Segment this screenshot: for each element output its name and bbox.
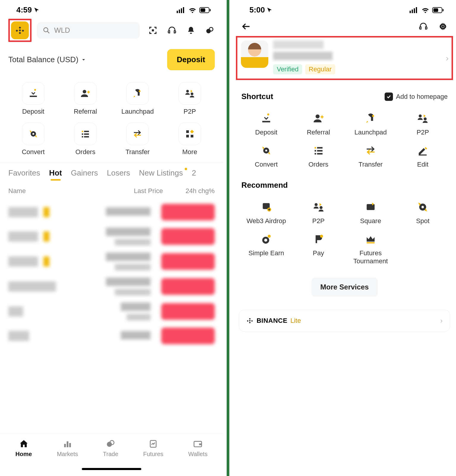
- svg-rect-25: [186, 130, 189, 133]
- bell-icon[interactable]: [186, 26, 196, 35]
- tab-new-listings[interactable]: New Listings: [139, 168, 183, 180]
- scan-icon[interactable]: [148, 26, 158, 35]
- chevron-right-icon: ›: [446, 54, 449, 63]
- svg-point-15: [186, 90, 189, 93]
- recommend-futures-tournament[interactable]: Futures Tournament: [346, 228, 395, 269]
- svg-rect-22: [84, 134, 89, 135]
- tab-losers[interactable]: Losers: [107, 168, 130, 180]
- add-to-homepage-toggle[interactable]: Add to homepage: [385, 93, 448, 101]
- shortcut-transfer[interactable]: Transfer: [346, 140, 395, 172]
- shortcut-deposit[interactable]: Deposit: [8, 79, 58, 119]
- market-row[interactable]: [0, 249, 223, 274]
- svg-rect-5: [200, 8, 205, 12]
- recommend-web3-airdrop[interactable]: Web3 Airdrop: [241, 196, 291, 228]
- section-recommend-title: Recommend: [241, 181, 288, 190]
- shortcut-edit[interactable]: Edit: [398, 140, 448, 172]
- tab-favorites[interactable]: Favorites: [8, 168, 40, 180]
- transfer-icon: [132, 129, 143, 139]
- recommend-simple-earn[interactable]: Simple Earn: [241, 228, 291, 269]
- tab-more[interactable]: 2: [192, 168, 196, 180]
- svg-point-16: [191, 93, 193, 95]
- search-input[interactable]: WLD: [37, 22, 140, 39]
- market-row[interactable]: [0, 200, 223, 224]
- more-services-button[interactable]: More Services: [311, 278, 378, 297]
- market-row[interactable]: [0, 324, 223, 348]
- shortcut-more[interactable]: More: [165, 119, 214, 159]
- shortcut-convert[interactable]: Convert: [241, 140, 291, 172]
- arrow-left-icon: [241, 21, 251, 32]
- shortcut-deposit[interactable]: Deposit: [241, 108, 291, 140]
- location-icon: [267, 7, 272, 13]
- recommend-square[interactable]: Square: [346, 196, 395, 228]
- home-indicator: [82, 468, 141, 470]
- svg-rect-31: [69, 443, 71, 447]
- svg-rect-54: [314, 150, 316, 152]
- edit-icon: [417, 145, 429, 156]
- settings-icon[interactable]: [438, 22, 448, 31]
- nav-markets[interactable]: Markets: [57, 439, 78, 458]
- battery-icon: [432, 7, 444, 13]
- shortcut-transfer[interactable]: Transfer: [113, 119, 162, 159]
- shortcut-orders[interactable]: Orders: [60, 119, 110, 159]
- shortcut-p2p[interactable]: P2P: [398, 108, 448, 140]
- svg-point-12: [34, 89, 36, 91]
- crown-icon: [365, 233, 377, 245]
- square-icon: [365, 201, 377, 213]
- nav-trade[interactable]: Trade: [103, 439, 118, 458]
- market-row[interactable]: [0, 274, 223, 299]
- nav-home[interactable]: Home: [15, 439, 32, 458]
- svg-point-44: [442, 25, 444, 28]
- orders-icon: [80, 129, 91, 139]
- svg-rect-42: [433, 8, 438, 12]
- search-icon: [43, 27, 50, 34]
- balance-label[interactable]: Total Balance (USD): [8, 55, 86, 64]
- shortcut-p2p[interactable]: P2P: [165, 79, 214, 119]
- nav-futures[interactable]: Futures: [143, 439, 163, 458]
- shortcut-referral[interactable]: Referral: [294, 108, 343, 140]
- nav-wallets[interactable]: Wallets: [188, 439, 208, 458]
- market-row[interactable]: [0, 224, 223, 249]
- recommend-pay[interactable]: Pay: [294, 228, 343, 269]
- rocket-icon: [132, 88, 143, 99]
- shortcut-convert[interactable]: Convert: [8, 119, 58, 159]
- app-logo[interactable]: [11, 21, 29, 39]
- profile-card[interactable]: Verified Regular ›: [236, 36, 453, 80]
- svg-rect-27: [186, 135, 189, 137]
- svg-point-14: [139, 90, 141, 92]
- recommend-p2p[interactable]: P2P: [294, 196, 343, 228]
- status-bar: 5:00: [233, 0, 456, 15]
- spot-icon: [417, 201, 429, 213]
- svg-line-8: [47, 31, 49, 33]
- svg-point-60: [314, 203, 317, 206]
- svg-rect-56: [314, 153, 316, 155]
- support-icon[interactable]: [419, 22, 428, 31]
- svg-rect-2: [181, 8, 182, 13]
- location-icon: [34, 7, 40, 13]
- svg-rect-19: [82, 131, 83, 132]
- shortcut-launchpad[interactable]: Launchpad: [346, 108, 395, 140]
- p2p-icon: [417, 112, 429, 124]
- support-icon[interactable]: [167, 26, 177, 35]
- recommend-spot[interactable]: Spot: [398, 196, 448, 228]
- binance-logo-icon: [246, 317, 253, 324]
- tab-gainers[interactable]: Gainers: [71, 168, 98, 180]
- shortcut-referral[interactable]: Referral: [60, 79, 110, 119]
- svg-point-66: [264, 239, 267, 242]
- p2p-icon: [313, 201, 325, 213]
- svg-point-13: [83, 90, 86, 93]
- market-row[interactable]: [0, 299, 223, 324]
- shortcut-launchpad[interactable]: Launchpad: [113, 79, 162, 119]
- svg-point-46: [316, 115, 319, 118]
- shortcut-grid: Deposit Referral Launchpad P2P Convert O…: [0, 76, 223, 162]
- svg-rect-26: [190, 130, 194, 134]
- binance-lite-card[interactable]: BINANCE Lite ›: [239, 310, 450, 332]
- deposit-button[interactable]: Deposit: [167, 49, 214, 70]
- tab-hot[interactable]: Hot: [49, 168, 62, 180]
- shortcut-orders[interactable]: Orders: [294, 140, 343, 172]
- deposit-icon: [260, 112, 272, 124]
- coin-icon[interactable]: [205, 26, 215, 35]
- svg-rect-53: [317, 147, 322, 149]
- checkbox-checked-icon: [385, 93, 393, 101]
- svg-rect-40: [416, 7, 417, 13]
- back-button[interactable]: [241, 22, 251, 31]
